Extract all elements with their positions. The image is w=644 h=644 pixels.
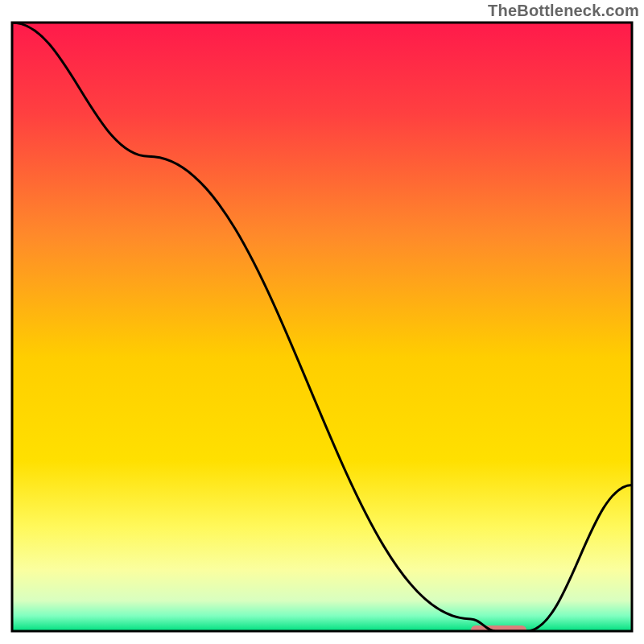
bottleneck-chart [0,0,644,644]
chart-background [12,23,632,631]
chart-frame: TheBottleneck.com [0,0,644,644]
